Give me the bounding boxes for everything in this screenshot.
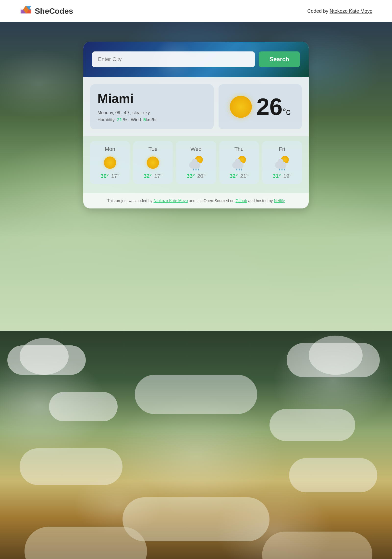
temps-wed: 33° 20° — [187, 173, 206, 179]
sun-cloud-icon-wed — [188, 155, 204, 170]
cloud-shape-11 — [24, 527, 147, 559]
card-footer: This project was coded by Ntokozo Kate M… — [83, 193, 309, 208]
background-top: Search Miami Monday, 09 : 49 , clear sky… — [0, 22, 392, 331]
forecast-day-mon: Mon 30° 17° — [90, 141, 130, 184]
day-name-fri: Fri — [279, 146, 285, 152]
weather-humidity: Humidity: 21 % , Wind: 5km/hr — [98, 117, 206, 122]
city-info-card: Miami Monday, 09 : 49 , clear sky Humidi… — [90, 84, 214, 129]
weather-date: Monday, 09 : 49 , clear sky — [98, 110, 206, 115]
forecast-day-fri: Fri 31° — [262, 141, 302, 184]
temps-mon: 30° 17° — [101, 173, 120, 179]
github-link[interactable]: Github — [235, 199, 247, 203]
forecast-icon-tue — [145, 155, 161, 170]
cloud-shape-2 — [20, 338, 69, 375]
current-weather-section: Miami Monday, 09 : 49 , clear sky Humidi… — [83, 77, 309, 136]
sun-cloud-icon-fri — [274, 155, 290, 170]
forecast-section: Mon 30° 17° Tue 32° — [83, 136, 309, 193]
day-name-mon: Mon — [105, 146, 115, 152]
search-button[interactable]: Search — [259, 51, 300, 67]
cloud-shape-10 — [122, 497, 270, 541]
temps-tue: 32° 17° — [144, 173, 162, 179]
cloud-shape-8 — [20, 448, 122, 485]
day-name-wed: Wed — [191, 146, 202, 152]
cloud-shape-9 — [289, 458, 377, 492]
forecast-icon-mon — [102, 155, 118, 170]
cloud-shape-7 — [270, 409, 355, 441]
logo: SheCodes — [20, 5, 73, 17]
weather-card: Search Miami Monday, 09 : 49 , clear sky… — [83, 42, 309, 208]
cloud-shape-4 — [309, 336, 363, 375]
temps-fri: 31° 19° — [273, 173, 292, 179]
day-name-tue: Tue — [148, 146, 158, 152]
city-name: Miami — [98, 91, 206, 106]
cloud-shape-6 — [49, 392, 118, 421]
header: SheCodes Coded by Ntokozo Kate Moyo — [0, 0, 392, 22]
logo-label: SheCodes — [35, 7, 73, 16]
sun-icon-large — [230, 96, 252, 118]
forecast-day-thu: Thu 32° — [219, 141, 259, 184]
sun-cloud-icon-thu — [231, 155, 247, 170]
temps-thu: 32° 21° — [230, 173, 248, 179]
forecast-icon-wed — [188, 155, 204, 170]
coded-by-text: Coded by Ntokozo Kate Moyo — [307, 8, 372, 14]
sun-icon-mon — [104, 157, 116, 169]
temperature-display: 26°c — [219, 84, 302, 129]
search-input[interactable] — [92, 51, 255, 67]
forecast-day-wed: Wed 33° — [176, 141, 216, 184]
sun-icon-tue — [147, 157, 159, 169]
forecast-day-tue: Tue 32° 17° — [133, 141, 173, 184]
footer-author-link[interactable]: Ntokozo Kate Moyo — [154, 199, 188, 203]
cloud-shape-5 — [135, 375, 257, 414]
cloud-shape-12 — [262, 532, 372, 559]
netlify-link[interactable]: Netlify — [274, 199, 285, 203]
forecast-row: Mon 30° 17° Tue 32° — [90, 141, 302, 184]
background-bottom — [0, 331, 392, 559]
search-section: Search — [83, 42, 309, 77]
author-link[interactable]: Ntokozo Kate Moyo — [330, 8, 372, 14]
shecodes-logo-icon — [20, 5, 32, 17]
day-name-thu: Thu — [234, 146, 244, 152]
forecast-icon-fri — [274, 155, 290, 170]
temperature-value: 26°c — [256, 95, 290, 119]
forecast-icon-thu — [231, 155, 247, 170]
